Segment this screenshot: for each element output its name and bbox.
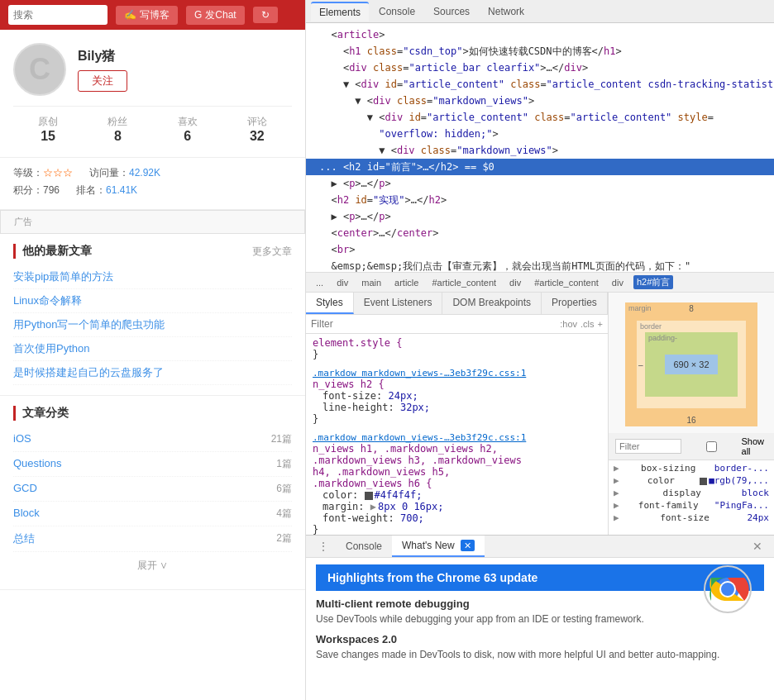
list-item[interactable]: Questions 1篇 [13, 452, 292, 477]
tab-styles[interactable]: Styles [306, 293, 354, 314]
breadcrumb-item[interactable]: main [358, 277, 385, 288]
computed-row[interactable]: ▶box-sizing border-... [614, 462, 769, 474]
tree-line[interactable]: ▼ <div id="article_content" class="artic… [306, 109, 774, 126]
tree-line[interactable]: &emsp;&emsp;我们点击【审查元素】，就会出现当前HTML页面的代码，如… [306, 258, 774, 273]
ad-banner: 广告 [0, 210, 305, 234]
article-list: 安装pip最简单的方法 Linux命令解释 用Python写一个简单的爬虫功能 … [13, 265, 292, 385]
tab-dom-breakpoints[interactable]: DOM Breakpoints [442, 293, 542, 314]
refresh-icon: ↻ [261, 9, 270, 21]
tab-network[interactable]: Network [480, 2, 533, 21]
list-item[interactable]: 首次使用Python [13, 337, 292, 361]
computed-row[interactable]: ▶display block [614, 487, 769, 499]
list-item[interactable]: iOS 21篇 [13, 427, 292, 452]
search-input[interactable] [8, 5, 108, 25]
update-desc: Use DevTools while debugging your app fr… [316, 613, 764, 625]
follow-button[interactable]: 关注 [78, 70, 127, 92]
tab-whats-new[interactable]: What's New ✕ [392, 536, 485, 557]
tree-line[interactable]: "overflow: hidden;"> [306, 126, 774, 142]
tab-elements[interactable]: Elements [311, 2, 369, 21]
box-model-container: 8 16 margin border – padding- 690 [625, 302, 757, 426]
list-item[interactable]: Block 4篇 [13, 502, 292, 526]
css-rule: element.style { } [313, 337, 601, 360]
list-item[interactable]: Linux命令解释 [13, 289, 292, 313]
chrome-logo-icon [703, 564, 752, 614]
chat-icon: G [194, 9, 202, 21]
list-item[interactable]: 总结 2篇 [13, 526, 292, 552]
write-icon: ✍ [124, 9, 136, 21]
categories-title: 文章分类 [13, 406, 69, 421]
tab-console[interactable]: Console [370, 2, 423, 21]
stat-likes: 喜欢 6 [178, 115, 198, 144]
breadcrumb-item[interactable]: div [506, 277, 524, 288]
refresh-button[interactable]: ↻ [253, 7, 278, 23]
color-swatch [365, 492, 373, 500]
box-model-area: 8 16 margin border – padding- 690 [609, 293, 774, 433]
console-tabs: ⋮ Console What's New ✕ ✕ [306, 536, 774, 558]
left-panel: ✍ 写博客 G 发Chat ↻ C Bily猪 关注 原创 15 [0, 0, 306, 700]
breadcrumb-active-item[interactable]: h2#前言 [633, 275, 673, 289]
category-list: iOS 21篇 Questions 1篇 GCD 6篇 Block 4篇 总结 … [13, 427, 292, 552]
breadcrumb-item[interactable]: ... [313, 277, 327, 288]
level-stars: ☆☆☆ [43, 167, 73, 179]
tree-line[interactable]: <h1 class="csdn_top">如何快速转载CSDN中的博客</h1> [306, 43, 774, 60]
level-info: 等级：☆☆☆ 访问量：42.92K 积分：796 排名：61.41K [0, 158, 305, 210]
styles-panel: Styles Event Listeners DOM Breakpoints P… [306, 293, 774, 535]
tab-properties[interactable]: Properties [542, 293, 608, 314]
tree-line[interactable]: <br> [306, 241, 774, 258]
tab-event-listeners[interactable]: Event Listeners [354, 293, 443, 314]
pseudo-filter[interactable]: :hov [560, 319, 577, 329]
tree-line[interactable]: <article> [306, 26, 774, 43]
chat-button[interactable]: G 发Chat [186, 6, 245, 25]
tree-line[interactable]: <h2 id="实现">…</h2> [306, 192, 774, 208]
tree-line[interactable]: ▼ <div class="markdown_views"> [306, 142, 774, 159]
computed-row[interactable]: ▶font-family "PingFa... [614, 499, 769, 512]
more-articles-link[interactable]: 更多文章 [252, 245, 292, 259]
styles-filter-bar: :hov .cls + [306, 315, 608, 334]
cls-filter[interactable]: .cls [580, 319, 595, 329]
list-item[interactable]: 用Python写一个简单的爬虫功能 [13, 313, 292, 337]
console-section: Workspaces 2.0 Save changes made in DevT… [316, 633, 764, 660]
breadcrumb-item[interactable]: div [609, 277, 627, 288]
computed-filter-input[interactable] [615, 439, 681, 454]
stats-row: 原创 15 粉丝 8 喜欢 6 评论 32 [13, 106, 292, 144]
styles-content: element.style { } .markdow markdown_view… [306, 334, 608, 535]
articles-title: 他的最新文章 [13, 244, 92, 259]
tree-line[interactable]: ▶ <p>…</p> [306, 208, 774, 225]
whats-new-badge: ✕ [461, 540, 475, 551]
profile-name: Bily猪 [78, 48, 127, 65]
tree-line[interactable]: <div class="article_bar clearfix">…</div… [306, 60, 774, 76]
tree-line-selected[interactable]: ... <h2 id="前言">…</h2> == $0 [306, 159, 774, 175]
breadcrumb-item[interactable]: article [391, 277, 422, 288]
computed-row[interactable]: ▶color ■rgb(79,... [614, 474, 769, 487]
top-bar: ✍ 写博客 G 发Chat ↻ [0, 0, 305, 30]
console-dots[interactable]: ⋮ [311, 536, 336, 556]
breadcrumb-item[interactable]: #article_content [531, 277, 602, 288]
tab-console-bottom[interactable]: Console [336, 536, 392, 556]
breadcrumb-item[interactable]: div [333, 277, 351, 288]
console-close-button[interactable]: ✕ [746, 536, 769, 556]
tab-sources[interactable]: Sources [425, 2, 478, 21]
expand-button[interactable]: 展开 ∨ [13, 552, 292, 579]
list-item[interactable]: 是时候搭建起自己的云盘服务了 [13, 361, 292, 385]
breadcrumb-item[interactable]: #article_content [428, 277, 499, 288]
svg-point-3 [721, 583, 734, 596]
write-blog-button[interactable]: ✍ 写博客 [116, 6, 178, 25]
list-item[interactable]: 安装pip最简单的方法 [13, 265, 292, 289]
visit-count[interactable]: 42.92K [129, 167, 160, 179]
tree-line[interactable]: ▶ <p>…</p> [306, 175, 774, 192]
update-desc: Save changes made in DevTools to disk, n… [316, 649, 764, 660]
profile-section: C Bily猪 关注 原创 15 粉丝 8 喜欢 6 评论 32 [0, 30, 305, 158]
padding-box: padding- 690 × 32 [645, 332, 738, 397]
styles-filter-input[interactable] [311, 318, 560, 330]
tree-line[interactable]: ▼ <div class="markdown_views"> [306, 93, 774, 109]
style-tabs: Styles Event Listeners DOM Breakpoints P… [306, 293, 608, 315]
tree-line[interactable]: <center>…</center> [306, 225, 774, 241]
rank-value[interactable]: 61.41K [106, 184, 137, 196]
show-all-checkbox[interactable] [686, 441, 737, 452]
computed-row[interactable]: ▶font-size 24px [614, 512, 769, 524]
breadcrumb: ... div main article #article_content di… [306, 273, 774, 293]
list-item[interactable]: GCD 6篇 [13, 477, 292, 502]
score-value: 796 [43, 184, 60, 196]
add-style-button[interactable]: + [598, 319, 603, 329]
tree-line[interactable]: ▼ <div id="article_content" class="artic… [306, 76, 774, 93]
